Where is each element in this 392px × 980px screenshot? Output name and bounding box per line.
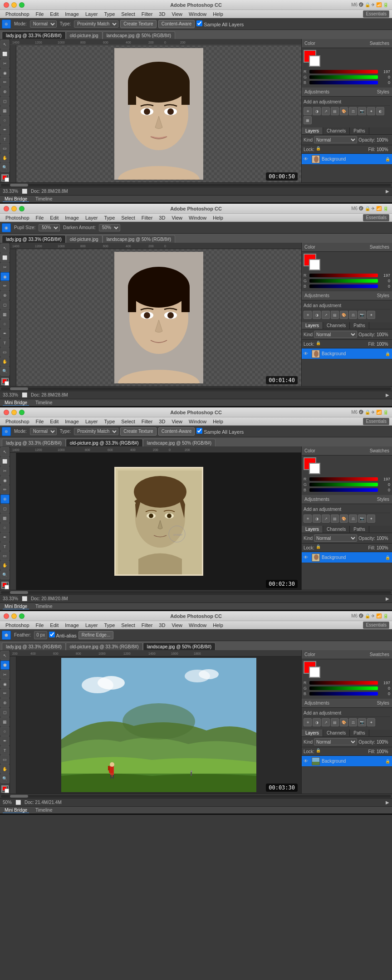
menu-select-3[interactable]: Select — [118, 418, 138, 425]
tool-spot-4[interactable]: ◉ — [0, 680, 10, 689]
menu-3d-1[interactable]: 3D — [156, 11, 168, 17]
timeline-tab-4[interactable]: Timeline — [34, 808, 54, 813]
essentials-btn-1[interactable]: Essentials — [363, 10, 389, 18]
b-slider-1[interactable] — [309, 81, 378, 84]
bg-swatch-1[interactable] — [309, 55, 320, 67]
r-slider-3[interactable] — [309, 477, 378, 481]
adj-2-4[interactable]: ◑ — [313, 718, 321, 726]
doc-tab-landscape-3[interactable]: landscape.jpg @ 50% (RGB/8#) — [143, 439, 216, 446]
tool-move-3[interactable]: ↖ — [0, 447, 10, 456]
menu-type-4[interactable]: Type — [101, 622, 118, 628]
menu-window-2[interactable]: Window — [186, 215, 209, 221]
layer-eye-4[interactable]: 👁 — [304, 759, 310, 764]
styles-tab-label-1[interactable]: Styles — [377, 89, 389, 94]
tool-crop-4[interactable]: ✂ — [0, 670, 10, 679]
maximize-button-2[interactable] — [19, 206, 24, 211]
close-button-4[interactable] — [4, 613, 9, 619]
hscrollbar-2[interactable] — [0, 386, 392, 391]
menu-file-1[interactable]: File — [33, 11, 47, 17]
tool-clone-2[interactable]: ⊕ — [0, 291, 10, 300]
tool-hand-3[interactable]: ✋ — [0, 561, 10, 570]
channels-tab-1[interactable]: Channels — [323, 127, 350, 134]
adj-icon-6-2[interactable]: ⚖ — [349, 311, 357, 319]
close-button-3[interactable] — [4, 410, 9, 415]
bg-swatch-4[interactable] — [309, 666, 320, 678]
bg-swatch-3[interactable] — [309, 463, 320, 474]
hscrollbar-3[interactable] — [0, 590, 392, 594]
styles-tab-3[interactable]: Styles — [377, 497, 389, 502]
lock-icon-1[interactable]: 🔒 — [316, 146, 322, 152]
type-select-3[interactable]: Proximity Match — [74, 428, 118, 435]
tool-clone-3[interactable]: ⊕ — [0, 495, 10, 504]
adj-6-4[interactable]: ⚖ — [349, 718, 357, 726]
create-texture-3[interactable]: Create Texture — [120, 427, 156, 436]
doc-tab-old-4[interactable]: old-picture.jpg @ 33.3% (RGB/8#) — [66, 642, 143, 650]
menu-help-4[interactable]: Help — [210, 622, 226, 628]
menu-image-4[interactable]: Image — [62, 622, 82, 628]
menu-edit-3[interactable]: Edit — [47, 418, 61, 425]
playback-4[interactable]: ▶ — [386, 800, 389, 805]
menu-view-2[interactable]: View — [169, 215, 185, 221]
menu-file-4[interactable]: File — [33, 622, 47, 628]
feather-value-4[interactable]: 0 px — [34, 631, 47, 639]
menu-photoshop-1[interactable]: Photoshop — [3, 11, 32, 17]
adj-icon-contrast-1[interactable]: ◑ — [313, 107, 321, 115]
adj-icon-4-2[interactable]: ▤ — [331, 311, 339, 319]
mini-bridge-tab-3[interactable]: Mini Bridge — [3, 604, 29, 609]
mode-select-3[interactable]: Normal — [30, 428, 57, 435]
menu-photoshop-3[interactable]: Photoshop — [3, 418, 32, 425]
tool-eraser-2[interactable]: ◻ — [0, 300, 10, 309]
b-slider-4[interactable] — [309, 692, 378, 696]
content-aware-btn-1[interactable]: Content-Aware — [158, 20, 195, 28]
menu-edit-4[interactable]: Edit — [47, 622, 61, 628]
adj-5-3[interactable]: 🎨 — [340, 514, 348, 523]
b-slider-2[interactable] — [309, 284, 378, 288]
sample-all-cb-3[interactable] — [196, 428, 202, 434]
swatches-tab-label-1[interactable]: Swatches — [370, 41, 389, 46]
paths-tab-2[interactable]: Paths — [350, 322, 369, 329]
adj-tab-label-1[interactable]: Adjustments — [304, 89, 329, 94]
tool-brush-2[interactable]: ✏ — [0, 281, 10, 290]
minimize-button-3[interactable] — [11, 410, 17, 415]
tool-gradient-4[interactable]: ▦ — [0, 717, 10, 726]
adj-icon-colorbal-1[interactable]: ⚖ — [349, 107, 357, 115]
tool-dodge-1[interactable]: ○ — [0, 116, 10, 125]
menu-file-3[interactable]: File — [33, 418, 47, 425]
doc-tab-landscape-4[interactable]: landscape.jpg @ 50% (RGB/8#) — [143, 642, 216, 650]
tool-zoom-1[interactable]: 🔍 — [0, 163, 10, 172]
create-texture-btn-1[interactable]: Create Texture — [120, 20, 156, 28]
layers-tab-4[interactable]: Layers — [302, 730, 323, 736]
adj-5-4[interactable]: 🎨 — [340, 718, 348, 726]
close-button-2[interactable] — [4, 206, 9, 211]
tool-zoom-4[interactable]: 🔍 — [0, 774, 10, 783]
adj-2-3[interactable]: ◑ — [313, 514, 321, 523]
menu-view-1[interactable]: View — [169, 11, 185, 17]
menu-filter-4[interactable]: Filter — [139, 622, 155, 628]
tool-crop-1[interactable]: ✂ — [0, 59, 10, 68]
doc-tab-landscape-2[interactable]: landscape.jpg @ 50% (RGB/8#) — [103, 235, 175, 243]
minimize-button-2[interactable] — [11, 206, 17, 211]
maximize-button-3[interactable] — [19, 410, 24, 415]
doc-tab-old-1[interactable]: old-picture.jpg — [66, 31, 103, 39]
tool-eraser-1[interactable]: ◻ — [0, 97, 10, 106]
mini-bridge-tab-2[interactable]: Mini Bridge — [3, 400, 29, 406]
adj-icon-brightness-1[interactable]: ☀ — [304, 107, 312, 115]
g-slider-1[interactable] — [309, 75, 378, 79]
layer-row-background-2[interactable]: 👁 Background 🔒 — [302, 348, 392, 359]
channels-tab-3[interactable]: Channels — [323, 526, 350, 533]
tool-dodge-3[interactable]: ○ — [0, 523, 10, 532]
sample-all-cb-1[interactable] — [196, 20, 202, 26]
styles-tab-2[interactable]: Styles — [377, 293, 389, 298]
tool-clone-1[interactable]: ⊕ — [0, 87, 10, 96]
adj-icon-1-2[interactable]: ☀ — [304, 311, 312, 319]
tool-shape-4[interactable]: ▭ — [0, 755, 10, 764]
menu-3d-4[interactable]: 3D — [156, 622, 168, 628]
hscrollbar-1[interactable] — [0, 182, 392, 187]
tool-pen-2[interactable]: ✒ — [0, 329, 10, 338]
doc-tab-old-3[interactable]: old-picture.jpg @ 33.3% (RGB/8#) — [66, 439, 143, 446]
menu-3d-2[interactable]: 3D — [156, 215, 168, 221]
menu-photoshop-2[interactable]: Photoshop — [3, 215, 32, 221]
menu-filter-1[interactable]: Filter — [139, 11, 155, 17]
r-slider-4[interactable] — [309, 681, 378, 685]
tool-hand-4[interactable]: ✋ — [0, 764, 10, 774]
